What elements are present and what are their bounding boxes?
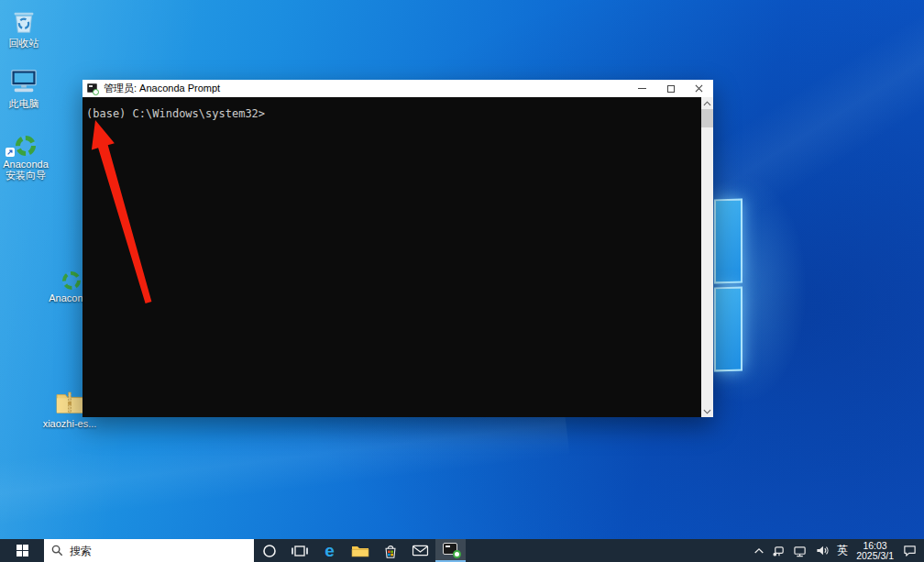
minimize-icon <box>638 88 646 89</box>
mail-icon <box>412 544 429 557</box>
task-view-icon <box>291 544 309 558</box>
close-icon <box>695 84 703 93</box>
tray-show-hidden-icons-button[interactable] <box>751 539 767 562</box>
anaconda-prompt-icon <box>443 543 459 556</box>
windows-logo-pane-bottom <box>714 287 742 372</box>
ime-language-label: 英 <box>837 543 848 558</box>
terminal-console[interactable]: (base) C:\Windows\system32> <box>82 97 713 417</box>
windows-logo-icon <box>16 545 28 556</box>
tray-clock[interactable]: 16:03 2025/3/1 <box>852 539 897 562</box>
this-pc-icon <box>0 66 48 95</box>
store-icon <box>382 543 399 559</box>
anaconda-prompt-window: 管理员: Anaconda Prompt (base) C:\Windows\s… <box>82 80 713 417</box>
safely-remove-hardware-icon <box>772 545 786 557</box>
desktop-icon-this-pc[interactable]: 此电脑 <box>0 66 48 109</box>
scroll-up-icon[interactable] <box>701 97 713 109</box>
taskbar-mail-button[interactable] <box>405 539 435 562</box>
desktop-icon-recycle-bin[interactable]: 回收站 <box>0 6 48 49</box>
network-icon <box>793 545 808 557</box>
tray-network-button[interactable] <box>790 539 810 562</box>
desktop-icon-label: 此电脑 <box>0 98 48 109</box>
terminal-scrollbar[interactable] <box>701 97 713 417</box>
file-explorer-icon <box>351 544 369 558</box>
action-center-icon <box>902 544 918 557</box>
scrollbar-thumb[interactable] <box>701 109 713 127</box>
close-button[interactable] <box>685 80 713 97</box>
minimize-button[interactable] <box>628 80 656 97</box>
window-titlebar[interactable]: 管理员: Anaconda Prompt <box>82 80 713 97</box>
taskbar-cortana-button[interactable] <box>254 539 284 562</box>
clock-date: 2025/3/1 <box>856 551 894 561</box>
desktop-icon-anaconda-wizard[interactable]: Anaconda安装向导 <box>0 127 52 181</box>
tray-safely-remove-hardware-button[interactable] <box>769 539 788 562</box>
desktop: 回收站 此电脑 Anaconda安装向导 Anaconda <box>0 0 924 562</box>
start-button[interactable] <box>0 539 44 562</box>
search-input[interactable] <box>70 545 226 557</box>
edge-icon: e <box>324 542 335 559</box>
taskbar-edge-button[interactable]: e <box>314 539 345 562</box>
desktop-icon-label: xiaozhi-es... <box>42 418 97 429</box>
shortcut-arrow-icon <box>6 148 15 157</box>
taskbar-file-explorer-button[interactable] <box>345 539 375 562</box>
search-icon <box>51 545 63 556</box>
anaconda-installer-icon <box>0 127 52 156</box>
taskbar-task-view-button[interactable] <box>284 539 314 562</box>
maximize-icon <box>667 85 675 93</box>
taskbar-search-box[interactable] <box>44 539 254 562</box>
volume-icon <box>815 544 830 557</box>
maximize-button[interactable] <box>656 80 685 97</box>
taskbar-anaconda-prompt-button[interactable] <box>435 539 466 562</box>
taskbar: e <box>0 539 924 562</box>
cortana-icon <box>262 544 277 558</box>
chevron-up-icon <box>754 546 764 555</box>
tray-ime-indicator[interactable]: 英 <box>834 539 851 562</box>
terminal-prompt-line: (base) C:\Windows\system32> <box>86 107 265 121</box>
scroll-down-icon[interactable] <box>701 405 713 417</box>
action-center-button[interactable] <box>899 539 920 562</box>
desktop-icon-label: Anaconda安装向导 <box>0 159 52 181</box>
desktop-icon-label: 回收站 <box>0 38 48 49</box>
tray-volume-button[interactable] <box>812 539 832 562</box>
window-title: 管理员: Anaconda Prompt <box>104 82 628 95</box>
system-tray: 英 16:03 2025/3/1 <box>751 539 924 562</box>
anaconda-prompt-icon <box>87 83 99 94</box>
windows-logo-pane-top <box>714 199 742 284</box>
clock-time: 16:03 <box>856 541 894 551</box>
recycle-bin-icon <box>0 6 48 35</box>
taskbar-store-button[interactable] <box>375 539 405 562</box>
